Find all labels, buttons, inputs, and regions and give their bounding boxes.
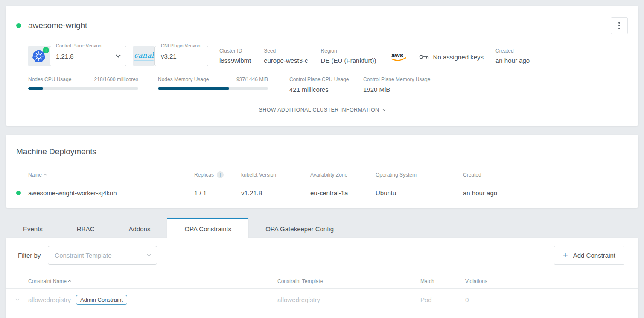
tab-opa-gatekeeper-config[interactable]: OPA Gatekeeper Config — [248, 218, 351, 238]
seed-label: Seed — [264, 48, 308, 54]
control-plane-version-label: Control Plane Version — [54, 43, 103, 49]
cni-plugin-version-field: canal CNI Plugin Version v3.21 — [133, 46, 208, 66]
column-header-name[interactable]: Name — [28, 172, 194, 178]
show-additional-info-toggle[interactable]: SHOW ADDITIONAL CLUSTER INFORMATION — [259, 107, 385, 113]
aws-provider-logo: aws — [391, 52, 408, 63]
expand-row-icon[interactable] — [16, 297, 19, 300]
key-icon — [419, 54, 429, 59]
constraint-name: allowedregistry — [28, 296, 71, 303]
constraint-template: allowedregistry — [277, 296, 420, 303]
canal-logo: canal — [134, 52, 154, 61]
cluster-header: awesome-wright — [6, 17, 638, 34]
control-plane-version-select[interactable]: Control Plane Version 1.21.8 — [50, 46, 126, 66]
nodes-memory-usage-value: 937/1446 MiB — [236, 77, 268, 82]
column-header-constraint-template: Constraint Template — [277, 278, 420, 284]
add-constraint-button[interactable]: + Add Constraint — [554, 246, 625, 265]
machine-deployments-card: Machine Deployments Name Replicas i kube… — [6, 135, 638, 208]
seed-field: Seed europe-west3-c — [264, 48, 308, 64]
deployment-operating-system: Ubuntu — [376, 189, 463, 197]
created-label: Created — [495, 48, 530, 54]
deployment-status-dot — [16, 191, 21, 195]
constraint-row[interactable]: allowedregistry Admin Constraint allowed… — [6, 289, 638, 311]
tab-opa-constraints[interactable]: OPA Constraints — [167, 218, 248, 238]
dot-icon — [618, 28, 620, 29]
nodes-cpu-usage-value: 218/1600 millicores — [94, 77, 138, 82]
canal-logo-underline — [134, 60, 154, 61]
control-plane-cpu-usage-value: 421 millicores — [289, 86, 351, 93]
control-plane-cpu-usage-label: Control Plane CPU Usage — [289, 77, 351, 82]
kubernetes-logo-tile: ↑ — [28, 46, 50, 66]
ssh-keys-text: No assigned keys — [433, 53, 484, 61]
sort-ascending-icon — [44, 174, 47, 177]
cluster-actions-menu-button[interactable] — [611, 17, 628, 34]
cluster-name: awesome-wright — [28, 21, 87, 30]
dot-icon — [618, 25, 620, 26]
plus-icon: + — [563, 250, 568, 259]
column-header-replicas: Replicas i — [194, 171, 241, 178]
column-header-availability-zone: Availability Zone — [310, 172, 376, 178]
region-field: Region DE (EU (Frankfurt)) — [321, 48, 376, 64]
upgrade-available-icon: ↑ — [43, 47, 49, 53]
nodes-cpu-usage-label: Nodes CPU Usage — [28, 77, 71, 82]
cluster-id-value: l8ss9wlbmt — [219, 57, 251, 64]
created-field: Created an hour ago — [495, 48, 530, 64]
nodes-memory-progress-track — [158, 87, 268, 90]
chevron-down-icon — [382, 107, 385, 111]
constraints-table: Constraint Name Constraint Template Matc… — [6, 274, 638, 311]
divider-line — [391, 110, 638, 110]
control-plane-memory-usage-value: 1920 MiB — [363, 86, 430, 93]
add-constraint-label: Add Constraint — [573, 252, 615, 259]
machine-deployments-header-row: Name Replicas i kubelet Version Availabi… — [6, 168, 638, 182]
created-value: an hour ago — [495, 57, 530, 64]
cluster-fields-row: ↑ Control Plane Version 1.21.8 canal CNI… — [28, 46, 628, 66]
tab-events[interactable]: Events — [6, 218, 60, 238]
cluster-summary-card: awesome-wright — [6, 6, 638, 126]
filter-by-label: Filter by — [18, 252, 41, 259]
nodes-cpu-progress-track — [28, 87, 138, 90]
ssh-keys-info: No assigned keys — [419, 53, 484, 61]
deployment-name: awesome-wright-worker-sj4knh — [28, 189, 194, 197]
deployment-kubelet-version: v1.21.8 — [241, 189, 310, 197]
nodes-memory-progress-fill — [158, 87, 229, 90]
column-header-match: Match — [420, 278, 465, 284]
info-icon[interactable]: i — [217, 171, 224, 178]
cluster-detail-tabs: Events RBAC Addons OPA Constraints OPA G… — [6, 218, 638, 238]
region-label: Region — [321, 48, 376, 54]
chevron-down-icon — [147, 253, 151, 256]
svg-text:aws: aws — [391, 52, 403, 59]
machine-deployment-row[interactable]: awesome-wright-worker-sj4knh 1 / 1 v1.21… — [6, 182, 638, 203]
constraint-filter-row: Filter by Constraint Template + Add Cons… — [6, 246, 638, 265]
machine-deployments-table: Name Replicas i kubelet Version Availabi… — [6, 168, 638, 203]
column-header-created: Created — [463, 172, 628, 178]
cni-plugin-version-box: CNI Plugin Version v3.21 — [154, 46, 208, 66]
cluster-status-dot — [16, 23, 21, 28]
control-plane-memory-usage-label: Control Plane Memory Usage — [363, 77, 430, 82]
column-header-kubelet-version: kubelet Version — [241, 172, 310, 178]
cni-plugin-version-value: v3.21 — [161, 53, 177, 60]
usage-row: Nodes CPU Usage 218/1600 millicores Node… — [28, 77, 628, 93]
column-header-constraint-name[interactable]: Constraint Name — [28, 278, 277, 284]
seed-value: europe-west3-c — [264, 57, 308, 64]
column-header-operating-system: Operating System — [376, 172, 463, 178]
tab-rbac[interactable]: RBAC — [60, 218, 112, 238]
divider-line — [6, 110, 253, 110]
constraints-header-row: Constraint Name Constraint Template Matc… — [6, 274, 638, 289]
control-plane-version-field: ↑ Control Plane Version 1.21.8 — [28, 46, 126, 66]
deployment-created: an hour ago — [463, 189, 628, 197]
nodes-memory-usage: Nodes Memory Usage 937/1446 MiB — [158, 77, 268, 93]
sort-ascending-icon — [68, 280, 71, 283]
constraint-violations: 0 — [465, 296, 628, 303]
admin-constraint-badge: Admin Constraint — [76, 295, 127, 305]
show-more-divider: SHOW ADDITIONAL CLUSTER INFORMATION — [6, 107, 638, 126]
show-additional-info-label: SHOW ADDITIONAL CLUSTER INFORMATION — [259, 107, 379, 113]
control-plane-version-value: 1.21.8 — [56, 53, 74, 60]
canal-logo-tile: canal — [133, 46, 154, 66]
dot-icon — [618, 22, 620, 24]
region-value: DE (EU (Frankfurt)) — [321, 57, 376, 64]
chevron-down-icon — [116, 53, 120, 57]
constraint-template-filter-select[interactable]: Constraint Template — [48, 246, 157, 265]
constraint-template-filter-placeholder: Constraint Template — [55, 252, 111, 259]
cni-plugin-version-label: CNI Plugin Version — [159, 43, 202, 49]
constraint-match: Pod — [420, 296, 465, 303]
tab-addons[interactable]: Addons — [112, 218, 168, 238]
